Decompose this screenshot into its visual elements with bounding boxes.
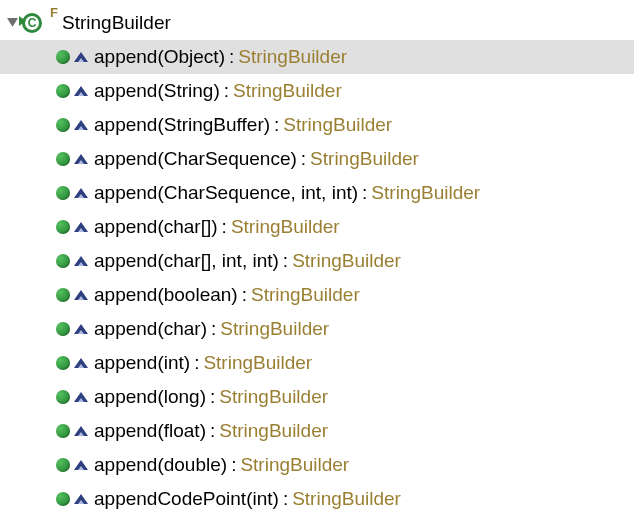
public-method-icon [56, 220, 70, 234]
method-icons [56, 152, 88, 166]
class-row[interactable]: C F StringBuilder [0, 6, 634, 40]
method-icons [56, 390, 88, 404]
method-icons [56, 118, 88, 132]
method-row[interactable]: append(float) :StringBuilder [0, 414, 634, 448]
method-return-type: StringBuilder [216, 318, 329, 340]
override-icon [74, 494, 88, 504]
method-row[interactable]: append(Object) :StringBuilder [0, 40, 634, 74]
method-name: append [94, 182, 157, 204]
method-name: append [94, 318, 157, 340]
method-signature: append(int) :StringBuilder [94, 352, 312, 374]
method-name: append [94, 216, 157, 238]
public-method-icon [56, 50, 70, 64]
method-signature: append(CharSequence, int, int) :StringBu… [94, 182, 480, 204]
override-icon [74, 52, 88, 62]
method-row[interactable]: append(String) :StringBuilder [0, 74, 634, 108]
method-icons [56, 458, 88, 472]
expand-icon[interactable] [4, 18, 20, 29]
method-row[interactable]: appendCodePoint(int) :StringBuilder [0, 482, 634, 516]
method-params: Object [164, 46, 219, 68]
override-icon [74, 324, 88, 334]
method-row[interactable]: append(double) :StringBuilder [0, 448, 634, 482]
method-params: long [164, 386, 200, 408]
method-signature: append(double) :StringBuilder [94, 454, 349, 476]
public-method-icon [56, 84, 70, 98]
method-icons [56, 220, 88, 234]
method-params: int [252, 488, 272, 510]
method-icons [56, 492, 88, 506]
method-icons [56, 424, 88, 438]
method-icons [56, 84, 88, 98]
public-method-icon [56, 424, 70, 438]
method-icons [56, 288, 88, 302]
method-row[interactable]: append(int) :StringBuilder [0, 346, 634, 380]
override-icon [74, 358, 88, 368]
public-method-icon [56, 288, 70, 302]
final-modifier-badge: F [50, 5, 58, 20]
method-name: append [94, 114, 157, 136]
method-params: char[], int, int [164, 250, 273, 272]
method-row[interactable]: append(char[]) :StringBuilder [0, 210, 634, 244]
method-params: CharSequence, int, int [164, 182, 352, 204]
method-name: append [94, 284, 157, 306]
method-params: int [164, 352, 184, 374]
method-params: double [164, 454, 221, 476]
override-icon [74, 392, 88, 402]
method-name: append [94, 454, 157, 476]
method-signature: append(char) :StringBuilder [94, 318, 329, 340]
override-icon [74, 290, 88, 300]
method-return-type: StringBuilder [306, 148, 419, 170]
method-row[interactable]: append(boolean) :StringBuilder [0, 278, 634, 312]
override-icon [74, 86, 88, 96]
method-signature: append(float) :StringBuilder [94, 420, 328, 442]
method-signature: append(StringBuffer) :StringBuilder [94, 114, 392, 136]
method-return-type: StringBuilder [227, 216, 340, 238]
method-params: String [164, 80, 214, 102]
method-return-type: StringBuilder [367, 182, 480, 204]
method-signature: append(char[]) :StringBuilder [94, 216, 340, 238]
public-method-icon [56, 152, 70, 166]
method-signature: append(char[], int, int) :StringBuilder [94, 250, 401, 272]
override-icon [74, 460, 88, 470]
method-icons [56, 254, 88, 268]
method-row[interactable]: append(long) :StringBuilder [0, 380, 634, 414]
svg-marker-0 [7, 18, 18, 27]
method-return-type: StringBuilder [247, 284, 360, 306]
method-signature: append(boolean) :StringBuilder [94, 284, 360, 306]
public-method-icon [56, 390, 70, 404]
method-return-type: StringBuilder [234, 46, 347, 68]
public-method-icon [56, 492, 70, 506]
method-row[interactable]: append(CharSequence) :StringBuilder [0, 142, 634, 176]
method-return-type: StringBuilder [229, 80, 342, 102]
override-icon [74, 120, 88, 130]
method-icons [56, 356, 88, 370]
method-params: char [164, 318, 201, 340]
override-icon [74, 256, 88, 266]
override-icon [74, 154, 88, 164]
method-icons [56, 50, 88, 64]
method-return-type: StringBuilder [288, 250, 401, 272]
method-params: boolean [164, 284, 232, 306]
method-name: append [94, 250, 157, 272]
method-signature: append(long) :StringBuilder [94, 386, 328, 408]
method-name: append [94, 148, 157, 170]
public-method-icon [56, 322, 70, 336]
public-method-icon [56, 118, 70, 132]
method-name: append [94, 386, 157, 408]
method-return-type: StringBuilder [236, 454, 349, 476]
method-row[interactable]: append(StringBuffer) :StringBuilder [0, 108, 634, 142]
public-method-icon [56, 186, 70, 200]
method-params: StringBuffer [164, 114, 264, 136]
public-method-icon [56, 458, 70, 472]
method-name: append [94, 352, 157, 374]
outline-tree: C F StringBuilder append(Object) :String… [0, 0, 634, 516]
method-row[interactable]: append(char) :StringBuilder [0, 312, 634, 346]
method-params: CharSequence [164, 148, 291, 170]
method-name: appendCodePoint [94, 488, 246, 510]
method-return-type: StringBuilder [279, 114, 392, 136]
method-row[interactable]: append(CharSequence, int, int) :StringBu… [0, 176, 634, 210]
method-name: append [94, 80, 157, 102]
method-row[interactable]: append(char[], int, int) :StringBuilder [0, 244, 634, 278]
class-name-label: StringBuilder [52, 12, 171, 34]
override-icon [74, 222, 88, 232]
